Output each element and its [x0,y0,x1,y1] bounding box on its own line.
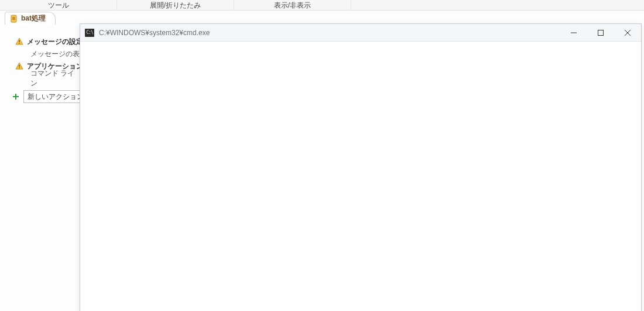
document-tab[interactable]: bat処理 [5,12,56,25]
svg-rect-13 [598,30,604,35]
svg-rect-3 [12,19,15,20]
cmd-icon: C:\ [85,29,94,37]
menu-show-hide[interactable]: 表示/非表示 [234,0,351,10]
main-area: bat処理 メッセージの設定 メッセージの表示 いいえ [0,11,644,311]
cmd-window: C:\ C:¥WINDOWS¥system32¥cmd.exe [80,23,642,311]
document-icon [10,15,18,23]
svg-rect-2 [12,18,15,19]
maximize-button[interactable] [587,24,614,41]
close-icon [625,30,631,36]
svg-rect-5 [19,40,19,42]
tab-label: bat処理 [21,13,46,23]
prop-label: コマンド ライン [30,69,81,88]
minimize-icon [571,30,577,36]
menu-expand-collapse[interactable]: 展開/折りたたみ [117,0,234,10]
window-controls [560,24,641,41]
minimize-button[interactable] [560,24,587,41]
maximize-icon [598,30,604,36]
menu-tools[interactable]: ツール [0,0,117,10]
prop-label: メッセージの表示 [30,49,87,59]
svg-rect-9 [19,67,19,68]
svg-rect-12 [571,32,577,33]
close-button[interactable] [614,24,641,41]
cmd-title: C:¥WINDOWS¥system32¥cmd.exe [99,29,560,37]
cmd-titlebar[interactable]: C:\ C:¥WINDOWS¥system32¥cmd.exe [80,24,641,42]
svg-rect-8 [19,65,19,67]
section-title: メッセージの設定 [27,37,83,47]
cmd-body[interactable] [80,42,641,311]
top-menu-bar: ツール 展開/折りたたみ 表示/非表示 [0,0,644,11]
svg-rect-6 [19,43,19,43]
warning-icon [15,62,23,70]
svg-rect-11 [13,96,19,97]
plus-icon [12,93,20,101]
svg-rect-1 [12,17,15,18]
warning-icon [15,37,23,46]
tab-strip: bat処理 [0,11,176,25]
